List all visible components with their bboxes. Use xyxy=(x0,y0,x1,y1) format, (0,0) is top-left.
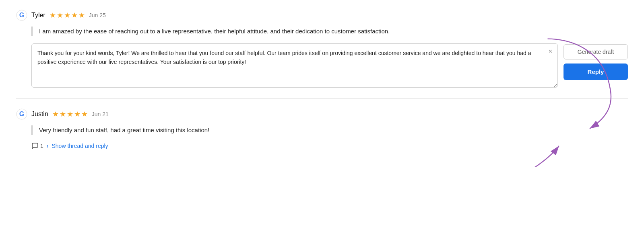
star-j-2: ★ xyxy=(60,110,66,119)
star-1: ★ xyxy=(50,11,56,20)
justin-review-body: Very friendly and fun staff, had a great… xyxy=(31,125,628,135)
thread-count: 1 xyxy=(40,143,43,149)
review-tyler: G Tyler ★ ★ ★ ★ ★ Jun 25 I am amazed by … xyxy=(16,10,628,89)
page-wrapper: G Tyler ★ ★ ★ ★ ★ Jun 25 I am amazed by … xyxy=(16,10,628,150)
star-2: ★ xyxy=(57,11,63,20)
star-j-1: ★ xyxy=(52,110,59,119)
star-5: ★ xyxy=(78,11,85,20)
reply-textarea-wrapper: × xyxy=(31,43,558,89)
tyler-review-body: I am amazed by the ease of reaching out … xyxy=(31,27,628,36)
star-j-5: ★ xyxy=(81,110,88,119)
tyler-reply-area: × Generate draft Reply xyxy=(31,43,628,89)
reply-buttons-group: Generate draft Reply xyxy=(564,43,628,80)
clear-button[interactable]: × xyxy=(547,47,554,55)
svg-text:G: G xyxy=(19,12,24,18)
show-thread-link[interactable]: Show thread and reply xyxy=(52,143,108,149)
google-logo-icon: G xyxy=(16,10,27,21)
justin-date: Jun 21 xyxy=(92,111,109,117)
tyler-date: Jun 25 xyxy=(89,12,106,18)
tyler-stars: ★ ★ ★ ★ ★ xyxy=(50,11,85,20)
google-logo-icon-2: G xyxy=(16,109,27,120)
star-j-3: ★ xyxy=(67,110,73,119)
star-j-4: ★ xyxy=(74,110,80,119)
review-tyler-header: G Tyler ★ ★ ★ ★ ★ Jun 25 xyxy=(16,10,628,21)
justin-name: Justin xyxy=(31,111,48,118)
tyler-name: Tyler xyxy=(31,12,45,19)
svg-text:G: G xyxy=(19,111,24,117)
star-3: ★ xyxy=(64,11,70,20)
justin-stars: ★ ★ ★ ★ ★ xyxy=(52,110,88,119)
chat-icon: 1 xyxy=(31,142,43,150)
generate-draft-button[interactable]: Generate draft xyxy=(564,44,628,59)
review-justin: G Justin ★ ★ ★ ★ ★ Jun 21 Very friendly … xyxy=(16,109,628,150)
review-justin-header: G Justin ★ ★ ★ ★ ★ Jun 21 xyxy=(16,109,628,120)
reply-button[interactable]: Reply xyxy=(564,64,628,80)
star-4: ★ xyxy=(71,11,78,20)
reply-textarea[interactable] xyxy=(31,43,558,88)
chevron-right-icon: › xyxy=(47,143,49,149)
section-divider xyxy=(16,98,628,99)
thread-reply-row: 1 › Show thread and reply xyxy=(31,142,628,150)
